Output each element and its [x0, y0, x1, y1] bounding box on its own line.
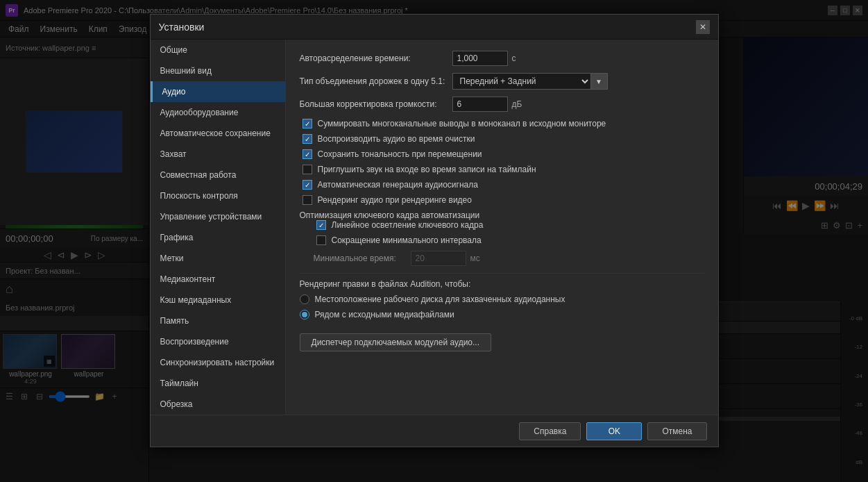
nav-item-playback[interactable]: Воспроизведение — [151, 331, 285, 352]
automation-cb-row-1: Линейное осветление ключевого кадра — [314, 220, 704, 230]
nav-item-audio-hardware[interactable]: Аудиооборудование — [151, 102, 285, 123]
nav-item-timeline[interactable]: Таймлайн — [151, 373, 285, 394]
automation-cb-row-2: Сокращение минимального интервала — [314, 235, 704, 245]
checkbox-label-2: Воспроизводить аудио во время очистки — [318, 134, 475, 144]
help-button[interactable]: Справка — [519, 422, 581, 440]
automation-cb-label-1: Линейное осветление ключевого кадра — [332, 220, 484, 230]
checkbox-mute-input[interactable] — [303, 165, 312, 174]
checkbox-label-4: Приглушить звук на входе во время записи… — [318, 165, 536, 174]
audition-section-label: Рендеринг правки в файлах Audition, чтоб… — [300, 279, 471, 289]
dialog-title: Установки — [159, 22, 696, 33]
min-time-label: Минимальное время: — [314, 254, 411, 263]
radio-row-1: Местоположение рабочего диска для захвач… — [300, 294, 704, 304]
checkbox-row-1: Суммировать многоканальные выводы в моно… — [300, 119, 704, 128]
dialog-content: Авторасределение времени: с Тип объедине… — [286, 40, 718, 415]
time-auto-unit: с — [512, 53, 516, 63]
checkbox-min-interval[interactable] — [316, 235, 326, 245]
mix-type-dropdown-arrow[interactable]: ▼ — [591, 73, 608, 90]
nav-item-memory[interactable]: Память — [151, 310, 285, 331]
dialog-titlebar: Установки ✕ — [151, 15, 718, 40]
nav-item-general[interactable]: Общие — [151, 40, 285, 60]
plugin-btn-container: Диспетчер подключаемых модулей аудио... — [300, 333, 704, 351]
nav-item-graphics[interactable]: Графика — [151, 227, 285, 248]
min-time-unit: мс — [470, 254, 480, 263]
nav-item-media[interactable]: Медиаконтент — [151, 269, 285, 290]
cancel-button[interactable]: Отмена — [647, 422, 706, 440]
nav-item-trimming[interactable]: Обрезка — [151, 394, 285, 415]
volume-row: Большая корректировка громкости: дБ — [300, 97, 704, 112]
checkbox-label-6: Рендеринг аудио при рендеринге видео — [318, 195, 472, 205]
radio-group: Местоположение рабочего диска для захвач… — [300, 294, 704, 319]
dialog-nav: Общие Внешний вид Аудио Аудиооборудовани… — [151, 40, 286, 415]
checkbox-row-4: Приглушить звук на входе во время записи… — [300, 165, 704, 174]
mix-type-select[interactable]: Передний + Задний — [452, 73, 591, 90]
volume-unit: дБ — [512, 99, 522, 109]
dialog-overlay: Установки ✕ Общие Внешний вид Аудио Ауди… — [0, 0, 868, 482]
checkbox-playback-audio[interactable] — [303, 134, 312, 144]
automation-cb-label-2: Сокращение минимального интервала — [332, 235, 482, 245]
nav-item-media-cache[interactable]: Кэш медиаданных — [151, 290, 285, 310]
radio-row-2: Рядом с исходными медиафайлами — [300, 310, 704, 319]
checkbox-auto-generate[interactable] — [303, 180, 312, 190]
nav-item-auto-save[interactable]: Автоматическое сохранение — [151, 123, 285, 144]
separator — [300, 273, 704, 274]
nav-item-collaboration[interactable]: Совместная работа — [151, 165, 285, 185]
automation-indent: Линейное осветление ключевого кадра Сокр… — [300, 220, 704, 266]
checkbox-row-2: Воспроизводить аудио во время очистки — [300, 134, 704, 144]
radio-source-files[interactable] — [300, 310, 309, 319]
min-time-row: Минимальное время: мс — [314, 251, 704, 266]
time-auto-row: Авторасределение времени: с — [300, 51, 704, 66]
checkbox-multichannel[interactable] — [303, 119, 312, 128]
ok-button[interactable]: OK — [586, 422, 642, 440]
radio-label-2: Рядом с исходными медиафайлами — [315, 310, 454, 319]
dialog-footer: Справка OK Отмена — [151, 415, 718, 447]
dialog-close-button[interactable]: ✕ — [696, 20, 710, 34]
automation-section-label: Оптимизация ключевого кадра автоматизаци… — [300, 210, 480, 220]
checkbox-label-5: Автоматическая генерация аудиосигнала — [318, 180, 478, 190]
volume-input[interactable] — [452, 97, 508, 112]
radio-label-1: Местоположение рабочего диска для захвач… — [315, 294, 565, 304]
min-time-input[interactable] — [411, 251, 466, 266]
nav-item-control-surface[interactable]: Плоскость контроля — [151, 185, 285, 206]
settings-dialog: Установки ✕ Общие Внешний вид Аудио Ауди… — [150, 14, 719, 447]
nav-item-audio[interactable]: Аудио — [151, 81, 285, 102]
checkbox-row-6: Рендеринг аудио при рендеринге видео — [300, 195, 704, 205]
checkbox-render-audio[interactable] — [303, 195, 312, 205]
dialog-body: Общие Внешний вид Аудио Аудиооборудовани… — [151, 40, 718, 415]
radio-working-disk[interactable] — [300, 294, 309, 304]
nav-item-labels[interactable]: Метки — [151, 248, 285, 269]
time-auto-label: Авторасределение времени: — [300, 53, 452, 63]
checkbox-row-3: Сохранить тональность при перемещении — [300, 149, 704, 159]
checkbox-preserve-pitch[interactable] — [303, 149, 312, 159]
nav-item-device-control[interactable]: Управление устройствами — [151, 206, 285, 227]
checkbox-row-5: Автоматическая генерация аудиосигнала — [300, 180, 704, 190]
nav-item-capture[interactable]: Захват — [151, 144, 285, 165]
checkbox-label-1: Суммировать многоканальные выводы в моно… — [318, 119, 606, 128]
nav-item-appearance[interactable]: Внешний вид — [151, 60, 285, 81]
mix-type-row: Тип объединения дорожек в одну 5.1: Пере… — [300, 73, 704, 90]
volume-label: Большая корректировка громкости: — [300, 99, 452, 109]
checkbox-linear-keyframe[interactable] — [316, 220, 326, 230]
automation-section: Оптимизация ключевого кадра автоматизаци… — [300, 210, 704, 266]
time-auto-input[interactable] — [452, 51, 508, 66]
audition-section: Рендеринг правки в файлах Audition, чтоб… — [300, 279, 704, 319]
mix-type-label: Тип объединения дорожек в одну 5.1: — [300, 76, 452, 86]
nav-item-sync-settings[interactable]: Синхронизировать настройки — [151, 352, 285, 373]
plugin-manager-button[interactable]: Диспетчер подключаемых модулей аудио... — [300, 333, 492, 351]
checkbox-label-3: Сохранить тональность при перемещении — [318, 149, 482, 159]
